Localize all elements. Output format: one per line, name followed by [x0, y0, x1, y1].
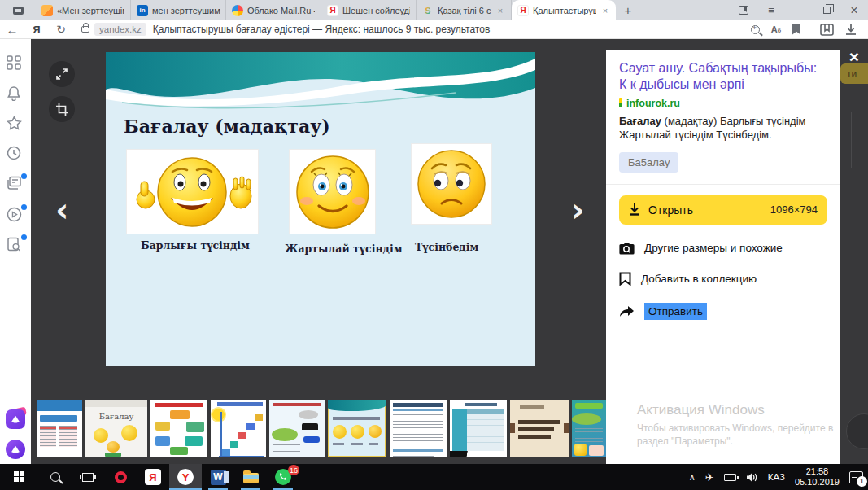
thumbnail-strip: Бағалау [37, 400, 606, 457]
history-clock-icon[interactable] [7, 146, 24, 164]
domain-badge[interactable]: yandex.kz [94, 23, 146, 36]
next-image-button[interactable]: › [571, 199, 584, 221]
tab-men-zertteushimin-1[interactable]: «Мен зерттеушімін» [36, 0, 131, 20]
tray-expand-icon[interactable]: ∧ [689, 472, 696, 483]
result-source[interactable]: infourok.ru [619, 98, 827, 109]
downloads-icon[interactable] [845, 24, 857, 36]
thumbnail-flowchart-slide[interactable] [150, 400, 207, 457]
thumbnail-title-slide[interactable] [510, 400, 569, 457]
emoji-sad-image [411, 143, 492, 225]
page-search-icon[interactable] [7, 237, 24, 255]
crop-button[interactable] [49, 96, 75, 122]
open-label: Открыть [648, 203, 693, 217]
browser-menu-button[interactable]: ≡ [757, 0, 785, 20]
airplane-mode-icon[interactable]: ✈ [705, 471, 714, 483]
restore-icon [823, 7, 831, 14]
language-indicator[interactable]: КАЗ [768, 472, 785, 482]
thumbnail-document-slide[interactable] [390, 400, 447, 457]
taskbar-search-button[interactable] [39, 464, 72, 490]
start-button[interactable] [0, 464, 39, 490]
messenger-app-icon[interactable] [6, 409, 25, 429]
main-image[interactable]: Бағалау (мадақтау) [106, 52, 535, 366]
address-page-title[interactable]: Қалыптастырушы бағалау әдістері — Яндекс… [153, 24, 490, 35]
thumbnail-table-slide[interactable] [37, 400, 82, 457]
close-viewer-button[interactable]: × [844, 47, 864, 67]
whatsapp-badge: 16 [288, 465, 299, 475]
other-sizes-button[interactable]: Другие размеры и похожие [619, 242, 827, 255]
tab-label: Шешен сөйлеудің құ [342, 6, 410, 15]
file-explorer-icon [243, 473, 259, 483]
alice-assistant-icon[interactable] [6, 440, 25, 459]
battery-icon[interactable] [724, 474, 736, 481]
camera-search-icon [619, 242, 635, 255]
previous-image-button[interactable]: ‹ [55, 199, 68, 221]
taskbar-whatsapp[interactable]: 16 [267, 464, 299, 490]
emoji-blush-image [289, 149, 376, 234]
services-grid-icon[interactable] [7, 55, 24, 73]
tab-close-icon[interactable]: × [600, 6, 610, 15]
taskbar-opera[interactable] [104, 464, 137, 490]
tab-men-zertteushimin-2[interactable]: in мен зерттеушимин [131, 0, 226, 20]
task-view-button[interactable] [72, 464, 104, 490]
fullscreen-button[interactable] [49, 61, 75, 87]
yandex-icon: Я [33, 24, 40, 36]
add-to-collection-button[interactable]: Добавить в коллекцию [619, 272, 827, 286]
yandex-home-button[interactable]: Я [24, 24, 49, 36]
taskbar-file-explorer[interactable] [234, 464, 267, 490]
bookmark-icon [619, 272, 631, 286]
tab-oblako-mailru[interactable]: Облако Mail.Ru - обл [226, 0, 321, 20]
tab-sheshen-soyleu[interactable]: Я Шешен сөйлеудің құ [321, 0, 417, 20]
tab-kazak-tili[interactable]: S Қазақ тілі 6 сынып. × [417, 0, 512, 20]
download-icon [629, 203, 640, 217]
browser-sidebar [0, 39, 31, 464]
restore-button[interactable] [813, 0, 840, 20]
collections-icon[interactable] [820, 24, 834, 36]
open-image-button[interactable]: Открыть 1096×794 [619, 195, 827, 225]
share-button[interactable]: Отправить [619, 303, 827, 320]
source-favicon [619, 98, 622, 107]
thumbnail-current-slide[interactable] [328, 400, 386, 457]
clock[interactable]: 21:58 05.10.2019 [795, 466, 840, 488]
thumbnail-hats-slide[interactable] [269, 400, 325, 457]
notifications-bell-icon[interactable] [7, 85, 24, 103]
thumbnail-table2-slide[interactable] [450, 400, 507, 457]
tab-label: Қалыптастырушы [533, 6, 596, 15]
windows-activation-watermark: Активация Windows Чтобы активировать Win… [637, 402, 833, 448]
zoom-page-icon[interactable] [751, 25, 760, 34]
taskbar-yandex-browser[interactable]: Y [169, 464, 202, 490]
badge-dot [21, 173, 27, 179]
tab-close-icon[interactable]: × [495, 6, 505, 15]
media-play-icon[interactable] [7, 207, 24, 225]
thumbnail-green-slide[interactable] [572, 400, 606, 457]
thumbnail-bagalau-slide[interactable]: Бағалау [85, 400, 147, 457]
minimize-button[interactable]: — [785, 0, 813, 20]
volume-icon[interactable] [746, 472, 758, 483]
emoji-label-1: Барлығы түсіндім [141, 239, 250, 252]
close-window-button[interactable]: × [840, 0, 868, 20]
window-controls: ≡ — × [730, 0, 868, 20]
result-title-link[interactable]: Сауат ашу. Сабақтың тақырыбы: К к дыбысы… [619, 60, 827, 94]
notification-badge: 1 [857, 476, 867, 487]
tab-kalyptastyrushy-active[interactable]: Я Қалыптастырушы × [512, 0, 616, 20]
taskbar-yandex-app[interactable]: Я [137, 464, 169, 490]
site-favicon [41, 5, 53, 16]
tab-overview-button[interactable] [0, 0, 36, 20]
bookmark-flag-icon[interactable] [792, 24, 800, 35]
lock-icon[interactable] [81, 26, 89, 33]
side-panel-toggle-button[interactable] [730, 0, 757, 20]
back-button[interactable]: ← [0, 23, 24, 37]
source-domain[interactable]: infourok.ru [626, 98, 680, 109]
favorites-star-icon[interactable] [7, 116, 24, 133]
tab-label: мен зерттеушимин [152, 6, 220, 15]
action-center-icon[interactable]: 1 [849, 471, 863, 483]
refresh-button[interactable]: ↻ [49, 23, 73, 36]
mailru-cloud-icon [232, 5, 243, 16]
feed-cards-icon[interactable] [7, 176, 24, 194]
taskbar-word[interactable]: W [202, 464, 234, 490]
tab-label: Облако Mail.Ru - обл [247, 6, 315, 15]
slide-title: Бағалау (мадақтау) [124, 116, 330, 137]
thumbnail-stairs-slide[interactable] [211, 400, 266, 457]
translate-icon[interactable]: Aб [771, 24, 781, 34]
related-tag-chip[interactable]: Ба5алау [619, 152, 678, 173]
new-tab-button[interactable]: + [616, 3, 640, 17]
